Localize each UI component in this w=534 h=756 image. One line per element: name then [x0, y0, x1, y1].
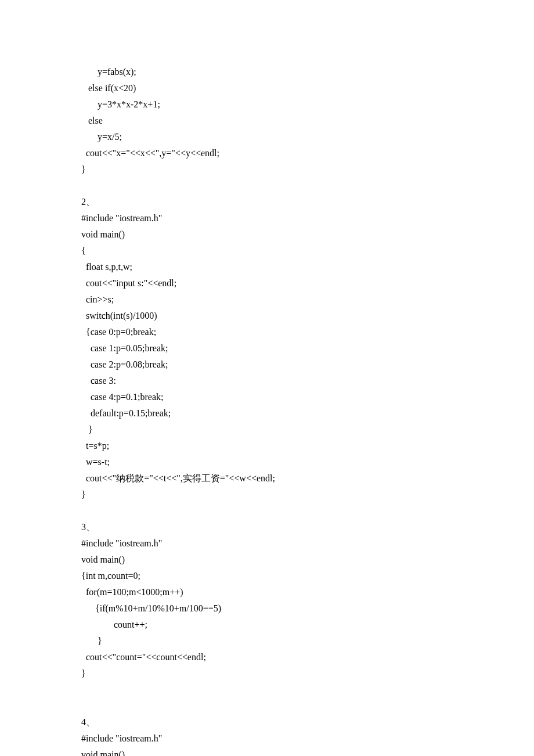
- code-line: cout<<"input s:"<<endl;: [81, 275, 453, 291]
- code-line: {: [81, 243, 453, 259]
- code-line: cout<<"x="<<x<<",y="<<y<<endl;: [81, 145, 453, 161]
- code-line: }: [81, 422, 453, 438]
- code-line: case 4:p=0.1;break;: [81, 389, 453, 405]
- code-line: case 2:p=0.08;break;: [81, 357, 453, 373]
- code-line: cin>>s;: [81, 291, 453, 308]
- code-line: for(m=100;m<1000;m++): [81, 584, 453, 600]
- code-line: }: [81, 487, 453, 503]
- code-block-2: 2、 #include "iostream.h" void main() { f…: [81, 194, 453, 503]
- section-header: 4、: [81, 714, 453, 730]
- code-line: t=s*p;: [81, 438, 453, 454]
- code-line: count++;: [81, 617, 453, 633]
- section-header: 2、: [81, 194, 453, 210]
- code-line: cout<<"count="<<count<<endl;: [81, 649, 453, 665]
- code-document: y=fabs(x); else if(x<20) y=3*x*x-2*x+1; …: [81, 64, 453, 756]
- code-line: }: [81, 161, 453, 178]
- code-line: }: [81, 665, 453, 682]
- code-line: float s,p,t,w;: [81, 259, 453, 275]
- code-line: switch(int(s)/1000): [81, 308, 453, 324]
- code-line: }: [81, 633, 453, 649]
- code-line: case 1:p=0.05;break;: [81, 340, 453, 357]
- code-line: #include "iostream.h": [81, 535, 453, 552]
- code-line: else if(x<20): [81, 80, 453, 96]
- code-line: w=s-t;: [81, 454, 453, 470]
- code-line: y=3*x*x-2*x+1;: [81, 96, 453, 113]
- code-line: #include "iostream.h": [81, 730, 453, 747]
- code-line: y=fabs(x);: [81, 64, 453, 80]
- code-block-4: 4、 #include "iostream.h" void main() {in…: [81, 714, 453, 756]
- code-line: cout<<"纳税款="<<t<<",实得工资="<<w<<endl;: [81, 470, 453, 487]
- section-header: 3、: [81, 519, 453, 535]
- code-line: default:p=0.15;break;: [81, 405, 453, 422]
- code-line: case 3:: [81, 373, 453, 389]
- code-line: else: [81, 113, 453, 129]
- code-line: #include "iostream.h": [81, 210, 453, 226]
- code-line: {int m,count=0;: [81, 568, 453, 584]
- code-line: void main(): [81, 226, 453, 243]
- code-line: {if(m%10+m/10%10+m/100==5): [81, 600, 453, 617]
- code-block-1: y=fabs(x); else if(x<20) y=3*x*x-2*x+1; …: [81, 64, 453, 178]
- code-line: void main(): [81, 747, 453, 756]
- code-line: void main(): [81, 552, 453, 568]
- code-block-3: 3、 #include "iostream.h" void main() {in…: [81, 519, 453, 682]
- code-line: {case 0:p=0;break;: [81, 324, 453, 340]
- code-line: y=x/5;: [81, 129, 453, 145]
